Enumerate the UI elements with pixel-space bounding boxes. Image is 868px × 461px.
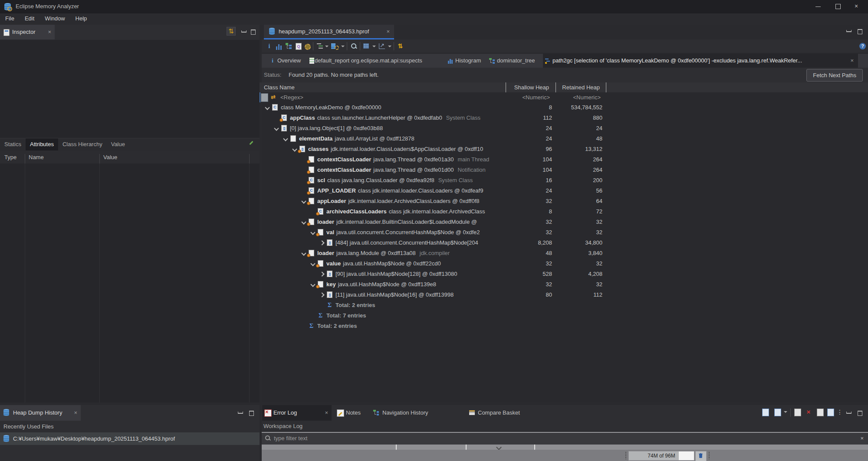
log-table-header-strip[interactable]	[262, 445, 868, 450]
log-filter-box[interactable]: type filter text ×	[262, 432, 868, 445]
tree-row[interactable]: valjava.util.concurrent.ConcurrentHashMa…	[0, 227, 868, 238]
window-maximize-button[interactable]	[828, 0, 848, 13]
histogram-icon[interactable]	[275, 43, 283, 50]
expander-closed-icon[interactable]	[319, 292, 324, 297]
bottom-tab-compare-basket[interactable]: Compare Basket	[467, 405, 547, 421]
tree-row[interactable]: sclclass java.lang.ClassLoader @ 0xdfea9…	[0, 175, 868, 186]
chevron-down-icon[interactable]	[341, 46, 345, 47]
memory-usage-bar[interactable]: 74M of 96M	[628, 451, 694, 461]
menu-help[interactable]: Help	[70, 13, 92, 23]
view-tab-path2gc[interactable]: path2gc [selection of 'class MemoryLeakD…	[543, 54, 858, 68]
chevron-down-icon[interactable]	[784, 411, 787, 413]
chevron-down-icon[interactable]	[325, 46, 329, 47]
column-shallow-heap[interactable]: Shallow Heap	[506, 84, 549, 91]
inspector-tab-close-icon[interactable]: ×	[48, 29, 51, 35]
class-name-filter-input[interactable]: <Regex>	[280, 94, 303, 101]
tree-row[interactable]: valuejava.util.HashMap$Node @ 0xdff22cd0…	[0, 258, 868, 269]
expander-open-icon[interactable]	[310, 261, 315, 266]
expander-closed-icon[interactable]	[319, 271, 324, 276]
table-grid-icon[interactable]	[363, 43, 369, 49]
expander-open-icon[interactable]	[301, 251, 306, 255]
expander-open-icon[interactable]	[292, 147, 297, 151]
menu-file[interactable]: File	[0, 13, 20, 23]
tree-row[interactable]: [11] java.util.HashMap$Node[16] @ 0xdff1…	[0, 290, 868, 300]
tree-row[interactable]: APP_LOADERclass jdk.internal.loader.Clas…	[0, 186, 868, 196]
tab-heapdump-editor[interactable]: heapdump_20251113_064453.hprof ×	[264, 25, 394, 38]
bottom-tab-error-log[interactable]: Error Log×	[262, 405, 332, 421]
minimize-view-icon[interactable]	[238, 412, 243, 414]
open-log-icon[interactable]	[762, 409, 769, 416]
chevron-down-icon[interactable]	[388, 46, 391, 47]
close-icon[interactable]: ×	[850, 57, 854, 64]
bottom-tab-navigation-history[interactable]: Navigation History	[371, 405, 465, 421]
expander-open-icon[interactable]	[301, 219, 306, 224]
tree-row[interactable]: archivedClassLoadersclass jdk.internal.l…	[0, 206, 868, 217]
minimize-view-icon[interactable]	[241, 30, 247, 33]
maximize-view-icon[interactable]	[251, 29, 256, 35]
tree-row[interactable]: classesjdk.internal.loader.ClassLoaders$…	[0, 144, 868, 154]
column-retained-heap[interactable]: Retained Heap	[556, 84, 600, 91]
link-with-editor-icon[interactable]: ⇅	[227, 27, 236, 36]
tab-inspector[interactable]: Inspector ×	[0, 25, 55, 39]
editor-tab-close-icon[interactable]: ×	[386, 28, 390, 35]
tree-row[interactable]: Total: 2 entries	[0, 300, 868, 311]
row-header-cell[interactable]	[261, 93, 268, 102]
expander-open-icon[interactable]	[265, 105, 270, 110]
minimize-editor-icon[interactable]	[846, 30, 852, 32]
chevron-down-icon[interactable]	[372, 46, 376, 47]
tree-row[interactable]: appLoaderjdk.internal.loader.ArchivedCla…	[0, 196, 868, 206]
expand-tree-icon[interactable]	[316, 43, 324, 50]
refresh-paths-icon[interactable]: ⇅	[397, 43, 404, 50]
minimize-view-icon[interactable]	[846, 412, 852, 414]
heap-dump-history-close-icon[interactable]: ×	[74, 409, 77, 416]
export-icon[interactable]: ↗	[379, 43, 385, 49]
tree-row[interactable]: appClassclass sun.launcher.LauncherHelpe…	[0, 113, 868, 123]
view-tab-histogram[interactable]: Histogram	[446, 54, 486, 68]
maximize-editor-icon[interactable]	[858, 29, 862, 34]
expander-open-icon[interactable]	[274, 126, 279, 131]
recent-file-row[interactable]: C:¥Users¥mukaw¥Desktop¥heapdump_20251113…	[0, 432, 260, 445]
tree-row[interactable]: [484] java.util.concurrent.ConcurrentHas…	[0, 238, 868, 248]
expander-closed-icon[interactable]	[319, 240, 324, 245]
tree-row[interactable]: Total: 2 entries	[0, 321, 868, 331]
drag-handle[interactable]	[708, 451, 710, 459]
tree-row[interactable]: loaderjdk.internal.loader.BuiltinClassLo…	[0, 217, 868, 227]
drag-handle[interactable]	[625, 451, 627, 459]
column-divider[interactable]	[556, 82, 556, 92]
expander-open-icon[interactable]	[283, 136, 288, 141]
oql-icon[interactable]: Q	[296, 43, 302, 50]
expander-open-icon[interactable]	[310, 282, 315, 287]
close-icon[interactable]: ×	[325, 409, 328, 416]
retained-heap-filter-input[interactable]: <Numeric>	[556, 94, 601, 101]
import-log-icon[interactable]	[827, 409, 834, 416]
tree-row[interactable]: elementDatajava.util.ArrayList @ 0xdff12…	[0, 134, 868, 144]
maximize-view-icon[interactable]	[858, 411, 862, 416]
dominator-tree-icon[interactable]	[285, 43, 293, 50]
maximize-view-icon[interactable]	[249, 411, 254, 416]
tree-row[interactable]: class MemoryLeakDemo @ 0xdfe000008534,78…	[0, 102, 868, 113]
gear-icon[interactable]	[305, 44, 311, 50]
info-icon[interactable]: i	[266, 43, 273, 50]
shallow-heap-filter-input[interactable]: <Numeric>	[506, 94, 550, 101]
export-log-icon[interactable]	[774, 409, 781, 416]
tree-row[interactable]: keyjava.util.HashMap$Node @ 0xdff139e832…	[0, 279, 868, 290]
tree-row[interactable]: [0] java.lang.Object[1] @ 0xdfe03b882424	[0, 123, 868, 134]
clear-log-icon[interactable]	[794, 409, 801, 416]
view-tab-overview[interactable]: iOverview	[268, 54, 303, 68]
expander-open-icon[interactable]	[310, 230, 315, 235]
tree-row[interactable]: contextClassLoaderjava.lang.Thread @ 0xd…	[0, 154, 868, 165]
column-divider[interactable]	[606, 82, 606, 92]
view-tab-default_report[interactable]: default_report org.eclipse.mat.api:suspe…	[305, 54, 444, 68]
database-gear-icon[interactable]	[331, 43, 339, 50]
delete-log-icon[interactable]: ×	[806, 409, 812, 415]
menu-edit[interactable]: Edit	[20, 13, 39, 23]
bottom-tab-notes[interactable]: Notes	[335, 405, 369, 421]
tree-row[interactable]: Total: 7 entries	[0, 311, 868, 321]
tree-row[interactable]: [90] java.util.HashMap$Node[128] @ 0xdff…	[0, 269, 868, 279]
view-tab-dominator_tree[interactable]: dominator_tree	[487, 54, 541, 68]
fetch-next-paths-button[interactable]: Fetch Next Paths	[806, 69, 863, 82]
run-garbage-collector-button[interactable]	[695, 451, 707, 461]
tree-row[interactable]: loaderjava.lang.Module @ 0xdff13a08jdk.c…	[0, 248, 868, 258]
help-icon[interactable]: ?	[859, 43, 866, 49]
sort-chevron-icon[interactable]	[496, 445, 502, 450]
